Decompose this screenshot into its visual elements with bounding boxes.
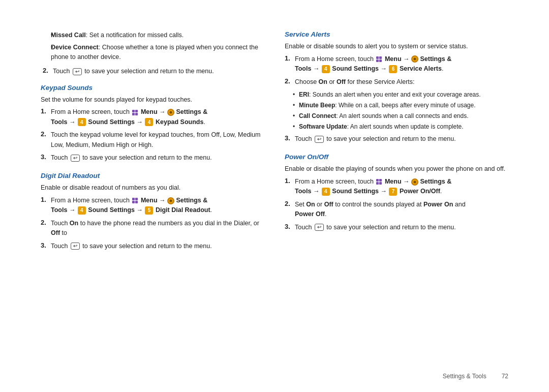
sa-grid-icon — [376, 56, 382, 62]
sa-step1-num: 1. — [285, 54, 293, 74]
sa-step3-num: 3. — [285, 134, 293, 144]
dd-off-label: Off — [51, 229, 60, 236]
ks-step1-num: 1. — [41, 107, 49, 127]
back-icon-ks3: ↩ — [71, 155, 80, 162]
step2-touch-text: to save your selection and return to the… — [84, 68, 214, 75]
sa-menu-label: Menu — [385, 55, 402, 63]
po-sound-settings: Sound Settings — [332, 188, 379, 195]
po-power-onoff: Power On/Off — [400, 188, 440, 195]
dd-step3-body: Touch ↩ to save your selection and retur… — [51, 242, 264, 251]
sa-step3: 3. Touch ↩ to save your selection and re… — [285, 134, 508, 144]
sa-bullet-call-connect: Call Connect: An alert sounds when a cal… — [293, 111, 508, 120]
dd-step3: 3. Touch ↩ to save your selection and re… — [41, 242, 264, 251]
po-step1-num: 1. — [285, 177, 293, 197]
keypad-sounds-section: Keypad Sounds Set the volume for sounds … — [41, 84, 264, 163]
right-column: Service Alerts Enable or disable sounds … — [285, 31, 508, 260]
dd-menu-label: Menu — [141, 197, 158, 204]
sa-step2: 2. Choose On or Off for these Service Al… — [285, 77, 508, 87]
bullet-missed-call: Missed Call: Set a notification for miss… — [51, 31, 264, 40]
po-grid-icon — [376, 179, 382, 185]
sa-off-label: Off — [337, 78, 346, 85]
dd-grid-icon — [132, 198, 138, 203]
po-step2-num: 2. — [285, 200, 293, 220]
po-menu-label: Menu — [385, 178, 402, 185]
ks-keypad-sounds: Keypad Sounds — [156, 118, 203, 126]
dd-tools-label: Tools — [51, 206, 67, 214]
missed-call-text: : Set a notification for missed calls. — [86, 32, 184, 39]
settings-icon — [167, 109, 174, 116]
grid-icon — [132, 110, 138, 115]
step2-num: 2. — [43, 67, 51, 76]
sa-on-label: On — [319, 78, 327, 85]
footer: Settings & Tools 72 — [443, 373, 508, 380]
sa-settings-icon — [411, 55, 418, 63]
ks-num4b: 4 — [145, 118, 153, 126]
ks-step3-body: Touch ↩ to save your selection and retur… — [51, 153, 264, 163]
dd-settings-label: Settings & — [176, 197, 207, 204]
po-step3-num: 3. — [285, 223, 293, 232]
step2-touch-label: Touch — [53, 68, 70, 75]
po-step3-body: Touch ↩ to save your selection and retur… — [295, 223, 508, 232]
eri-bold: ERI — [299, 91, 309, 98]
software-update-bold: Software Update — [299, 123, 347, 130]
digit-dial-title: Digit Dial Readout — [41, 172, 264, 179]
dd-sound-settings: Sound Settings — [88, 206, 135, 214]
power-onoff-title: Power On/Off — [285, 153, 508, 161]
po-step2: 2. Set On or Off to control the sounds p… — [285, 200, 508, 220]
po-power-on: Power On — [423, 201, 453, 208]
ks-sound-settings: Sound Settings — [88, 118, 135, 126]
sa-bullet-software-update: Software Update: An alert sounds when up… — [293, 122, 508, 131]
back-icon-po3: ↩ — [315, 224, 324, 231]
po-num4: 4 — [322, 188, 330, 196]
po-power-off: Power Off — [295, 210, 325, 218]
po-step2-body: Set On or Off to control the sounds play… — [295, 200, 508, 220]
dd-step1: 1. From a Home screen, touch Menu → Sett… — [41, 196, 264, 216]
device-connect-bold: Device Connect — [51, 44, 99, 51]
footer-section: Settings & Tools — [443, 373, 486, 380]
sa-sound-settings: Sound Settings — [332, 65, 379, 72]
po-on-label: On — [306, 201, 315, 208]
ks-step2-num: 2. — [41, 130, 49, 150]
dd-step2-body: Touch On to have the phone read the numb… — [51, 219, 264, 238]
sa-bullet-eri: ERI: Sounds an alert when you enter and … — [293, 90, 508, 99]
po-settings-icon — [411, 178, 418, 186]
sa-step3-body: Touch ↩ to save your selection and retur… — [295, 134, 508, 144]
back-icon-dd3: ↩ — [71, 243, 80, 250]
power-onoff-section: Power On/Off Enable or disable the playi… — [285, 153, 508, 232]
po-num7: 7 — [389, 188, 397, 196]
sa-menu-icon — [376, 56, 382, 62]
dd-on-label: On — [70, 220, 78, 227]
dd-step2-num: 2. — [41, 219, 49, 238]
digit-dial-section: Digit Dial Readout Enable or disable rea… — [41, 172, 264, 251]
keypad-sounds-title: Keypad Sounds — [41, 84, 264, 92]
po-off-label: Off — [324, 201, 333, 208]
dd-settings-icon — [167, 197, 174, 204]
keypad-sounds-intro: Set the volume for sounds played for key… — [41, 95, 264, 105]
missed-call-bold: Missed Call — [51, 32, 86, 39]
po-settings-label: Settings & — [420, 178, 451, 185]
menu-icon — [132, 110, 138, 115]
ks-num4a: 4 — [78, 118, 86, 126]
left-column: Missed Call: Set a notification for miss… — [41, 31, 264, 260]
ks-settings-label: Settings & — [176, 108, 207, 115]
sa-step2-num: 2. — [285, 77, 293, 87]
sa-sub-bullets: ERI: Sounds an alert when you enter and … — [285, 90, 508, 131]
dd-step1-body: From a Home screen, touch Menu → Setting… — [51, 196, 264, 216]
top-bullets: Missed Call: Set a notification for miss… — [41, 31, 264, 62]
ks-tools-label: Tools — [51, 118, 67, 126]
dd-menu-icon — [132, 198, 138, 203]
back-icon: ↩ — [73, 68, 82, 75]
sa-settings-label: Settings & — [420, 55, 451, 63]
bullet-device-connect: Device Connect: Choose whether a tone is… — [51, 43, 264, 62]
dd-digit-label: Digit Dial Readout — [156, 206, 210, 214]
service-alerts-section: Service Alerts Enable or disable sounds … — [285, 31, 508, 144]
po-step1: 1. From a Home screen, touch Menu → Sett… — [285, 177, 508, 197]
keypad-step2: 2. Touch the keypad volume level for key… — [41, 130, 264, 150]
ks-step1-body: From a Home screen, touch Menu → Setting… — [51, 107, 264, 127]
sa-step1: 1. From a Home screen, touch Menu → Sett… — [285, 54, 508, 74]
service-alerts-title: Service Alerts — [285, 31, 508, 38]
ks-step3-num: 3. — [41, 153, 49, 163]
sa-num4: 4 — [322, 65, 330, 73]
keypad-step3: 3. Touch ↩ to save your selection and re… — [41, 153, 264, 163]
digit-dial-intro: Enable or disable readout of numbers as … — [41, 183, 264, 193]
